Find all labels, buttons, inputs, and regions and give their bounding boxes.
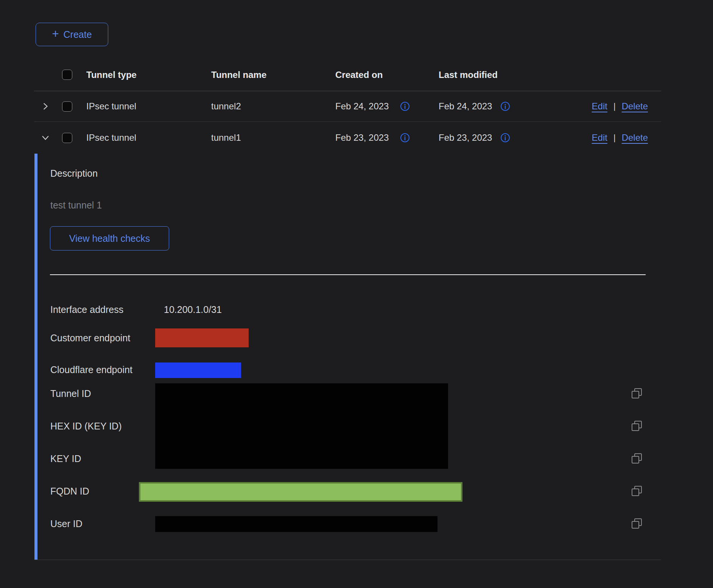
plus-icon: + <box>52 28 59 40</box>
info-icon[interactable] <box>400 133 410 143</box>
description-label: Description <box>50 168 98 179</box>
tunnel-table: Tunnel type Tunnel name Created on Last … <box>34 59 661 154</box>
tunnel-type-cell: IPsec tunnel <box>86 132 211 143</box>
view-health-checks-label: View health checks <box>69 233 150 244</box>
key-id-label: KEY ID <box>50 453 81 464</box>
tunnels-page: + Create Tunnel type Tunnel name Created… <box>0 0 713 588</box>
copy-key-id-button[interactable] <box>631 453 643 464</box>
row-checkbox[interactable] <box>62 133 72 143</box>
copy-hex-id-button[interactable] <box>631 420 643 432</box>
chevron-down-icon <box>41 134 50 142</box>
copy-icon <box>631 388 643 399</box>
action-separator: | <box>613 133 616 143</box>
user-id-label: User ID <box>50 518 83 529</box>
edit-link[interactable]: Edit <box>592 132 607 143</box>
action-separator: | <box>613 101 616 111</box>
edit-link[interactable]: Edit <box>592 101 607 112</box>
copy-user-id-button[interactable] <box>631 518 643 529</box>
copy-icon <box>631 420 643 432</box>
fqdn-id-redacted-value <box>139 482 462 502</box>
cloudflare-endpoint-redacted-value <box>155 362 241 378</box>
create-button-label: Create <box>64 29 92 40</box>
delete-link[interactable]: Delete <box>622 101 648 112</box>
header-last-modified: Last modified <box>439 70 552 80</box>
expanded-row-accent-bar <box>34 154 37 560</box>
customer-endpoint-label: Customer endpoint <box>50 333 130 344</box>
header-created-on: Created on <box>335 70 439 80</box>
hex-id-label: HEX ID (KEY ID) <box>50 421 121 432</box>
table-row: IPsec tunnel tunnel1 Feb 23, 2023 Feb 23… <box>34 122 661 154</box>
select-all-checkbox[interactable] <box>62 70 72 80</box>
table-header-row: Tunnel type Tunnel name Created on Last … <box>34 59 661 91</box>
info-icon[interactable] <box>500 133 510 143</box>
copy-tunnel-id-button[interactable] <box>631 388 643 399</box>
ids-redacted-values <box>155 383 448 469</box>
expand-row-button[interactable] <box>40 101 51 112</box>
last-modified-cell: Feb 23, 2023 <box>439 132 492 143</box>
info-icon[interactable] <box>400 101 410 111</box>
copy-fqdn-id-button[interactable] <box>631 485 643 497</box>
copy-icon <box>631 518 643 529</box>
section-divider <box>50 274 646 275</box>
interface-address-label: Interface address <box>50 304 123 315</box>
tunnel-name-cell: tunnel1 <box>211 132 335 143</box>
interface-address-value: 10.200.1.0/31 <box>164 304 222 315</box>
info-icon[interactable] <box>500 101 510 111</box>
created-on-cell: Feb 24, 2023 <box>335 101 389 112</box>
fqdn-id-label: FQDN ID <box>50 486 89 497</box>
tunnel-name-cell: tunnel2 <box>211 101 335 112</box>
copy-icon <box>631 453 643 464</box>
header-tunnel-type: Tunnel type <box>86 70 211 80</box>
tunnel-type-cell: IPsec tunnel <box>86 101 211 112</box>
tunnel-id-label: Tunnel ID <box>50 388 91 399</box>
delete-link[interactable]: Delete <box>622 132 648 143</box>
last-modified-cell: Feb 24, 2023 <box>439 101 492 112</box>
view-health-checks-button[interactable]: View health checks <box>50 226 169 250</box>
created-on-cell: Feb 23, 2023 <box>335 132 389 143</box>
customer-endpoint-redacted-value <box>155 328 249 347</box>
collapse-row-button[interactable] <box>40 132 51 143</box>
row-checkbox[interactable] <box>62 101 72 112</box>
cloudflare-endpoint-label: Cloudflare endpoint <box>50 364 132 375</box>
copy-icon <box>631 485 643 497</box>
user-id-redacted-value <box>155 516 437 532</box>
chevron-right-icon <box>41 102 50 110</box>
create-button[interactable]: + Create <box>36 23 108 46</box>
table-row: IPsec tunnel tunnel2 Feb 24, 2023 Feb 24… <box>34 91 661 122</box>
description-value: test tunnel 1 <box>50 200 102 211</box>
header-tunnel-name: Tunnel name <box>211 70 335 80</box>
table-bottom-divider <box>34 560 661 560</box>
